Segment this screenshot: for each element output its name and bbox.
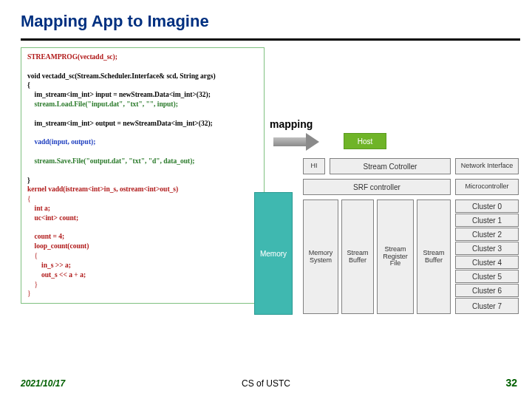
- code-line: vadd(input, output);: [27, 137, 258, 147]
- cluster-box: Cluster 1: [455, 214, 519, 227]
- code-line: STREAMPROG(vectadd_sc);: [27, 52, 258, 62]
- title-rule: [21, 38, 520, 41]
- code-line: {: [27, 251, 258, 261]
- cluster-box: Cluster 5: [455, 270, 519, 283]
- stream-controller-box: Stream Cotroller: [330, 158, 451, 174]
- srf-controller-box: SRF controller: [303, 179, 451, 195]
- microcontroller-box: Microcontroller: [455, 179, 519, 195]
- architecture-diagram: Host HI Stream Cotroller Network Interfa…: [303, 133, 520, 340]
- code-line: in_s >> a;: [27, 261, 258, 270]
- host-box: Host: [344, 133, 386, 149]
- stream-buffer2-box: Stream Buffer: [417, 200, 451, 314]
- code-line: im_stream<im_int> output = newStreamData…: [27, 119, 258, 129]
- code-line: stream.Load.File("input.dat", "txt", "",…: [27, 100, 258, 109]
- code-box: STREAMPROG(vectadd_sc); void vectadd_sc(…: [21, 47, 265, 304]
- code-line: kernel vadd(istream<int>in_s, ostream<in…: [27, 185, 258, 194]
- code-line: uc<int> count;: [27, 214, 258, 223]
- code-line: count = 4;: [27, 232, 258, 242]
- cluster-box: Cluster 3: [455, 242, 519, 255]
- cluster-box: Cluster 2: [455, 228, 519, 241]
- code-line: stream.Save.File("output.dat", "txt", "d…: [27, 157, 258, 166]
- page-title: Mapping App to Imagine: [21, 12, 209, 31]
- memory-block: Memory: [254, 192, 293, 315]
- cluster-box: Cluster 6: [455, 284, 519, 297]
- code-line: loop_count(count): [27, 242, 258, 251]
- code-line: {: [27, 194, 258, 204]
- code-line: }: [27, 280, 258, 290]
- stream-buffer-box: Stream Buffer: [341, 200, 374, 314]
- code-line: void vectadd_sc(Stream.Scheduler.Interfa…: [27, 72, 258, 81]
- footer-center: CS of USTC: [0, 378, 532, 389]
- cluster-box: Cluster 4: [455, 256, 519, 269]
- code-line: }: [27, 289, 258, 299]
- hi-box: HI: [303, 158, 325, 174]
- memory-system-box: Memory System: [303, 200, 338, 314]
- network-interface-box: Network Interface: [455, 158, 519, 174]
- code-line: {: [27, 81, 258, 90]
- footer-page: 32: [505, 377, 517, 389]
- code-line: }: [27, 176, 258, 185]
- cluster-box: Cluster 0: [455, 200, 519, 213]
- cluster-box: Cluster 7: [455, 298, 519, 314]
- code-line: int a;: [27, 204, 258, 214]
- code-line: out_s << a + a;: [27, 270, 258, 280]
- code-line: im_stream<im_int> input = newStream.Data…: [27, 90, 258, 100]
- stream-register-file-box: Stream Register File: [377, 200, 414, 314]
- mapping-label: mapping: [270, 118, 313, 130]
